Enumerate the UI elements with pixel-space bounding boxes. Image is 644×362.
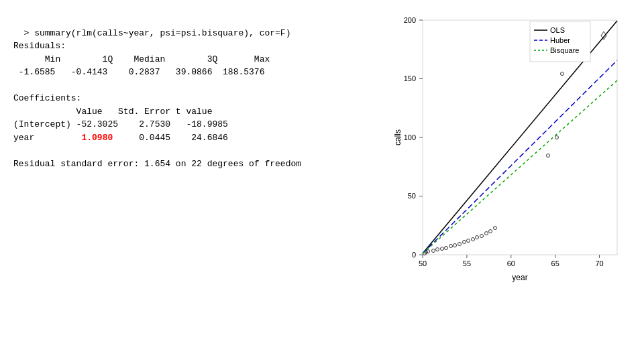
- line3: Min 1Q Median 3Q Max: [13, 54, 270, 64]
- svg-text:70: 70: [595, 259, 603, 267]
- year-value: 1.0980: [81, 133, 113, 143]
- svg-text:60: 60: [507, 259, 515, 267]
- x-axis-label: year: [512, 273, 527, 282]
- line7: Value Std. Error t value: [13, 107, 212, 117]
- line9-prefix: year: [13, 133, 81, 143]
- scatter-plot: 0 50 100 150 200 calls 50 55 60 65 70 ye…: [389, 7, 631, 288]
- svg-text:Huber: Huber: [550, 36, 570, 44]
- line6: Coefficients:: [13, 93, 81, 103]
- svg-text:OLS: OLS: [550, 26, 565, 34]
- svg-text:65: 65: [551, 259, 559, 267]
- svg-text:0: 0: [412, 251, 416, 259]
- line2: Residuals:: [13, 41, 66, 51]
- y-axis-label: calls: [393, 129, 402, 145]
- svg-text:50: 50: [408, 192, 416, 200]
- line4: -1.6585 -0.4143 0.2837 39.0866 188.5376: [13, 67, 264, 77]
- line9-suffix: 0.0445 24.6846: [113, 133, 228, 143]
- svg-text:55: 55: [463, 259, 471, 267]
- line11: Residual standard error: 1.654 on 22 deg…: [13, 159, 301, 169]
- svg-text:50: 50: [419, 259, 427, 267]
- svg-text:Bisquare: Bisquare: [550, 46, 579, 54]
- console-output: > summary(rlm(calls~year, psi=psi.bisqua…: [0, 0, 389, 362]
- svg-text:200: 200: [404, 16, 416, 24]
- svg-text:150: 150: [404, 74, 416, 82]
- line8: (Intercept) -52.3025 2.7530 -18.9985: [13, 119, 228, 129]
- line1: > summary(rlm(calls~year, psi=psi.bisqua…: [24, 28, 291, 38]
- svg-text:100: 100: [404, 133, 416, 141]
- chart-panel: 0 50 100 150 200 calls 50 55 60 65 70 ye…: [389, 0, 644, 362]
